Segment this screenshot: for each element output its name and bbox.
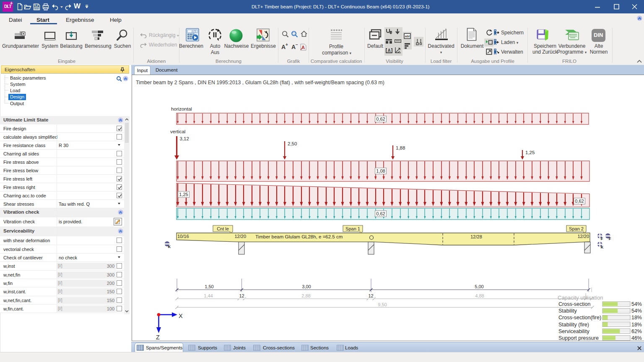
svg-text:1,88: 1,88 <box>396 145 405 150</box>
svg-text:Stability: Stability <box>558 308 577 314</box>
svg-text:3,12: 3,12 <box>180 136 189 141</box>
svg-text:1,25: 1,25 <box>525 150 535 155</box>
svg-text:5,00: 5,00 <box>475 284 483 289</box>
svg-text:46%: 46% <box>631 335 642 341</box>
svg-text:18%: 18% <box>631 315 642 321</box>
svg-text:Cnt le: Cnt le <box>217 226 229 231</box>
svg-text:Support pressure: Support pressure <box>558 335 599 341</box>
svg-text:1,08: 1,08 <box>376 168 385 173</box>
svg-text:K: K <box>168 245 171 249</box>
svg-text:A: A <box>387 48 390 53</box>
svg-text:12: 12 <box>368 293 373 298</box>
svg-text:2,88: 2,88 <box>301 293 310 298</box>
svg-text:0,62: 0,62 <box>376 116 385 122</box>
svg-text:18%: 18% <box>631 322 642 328</box>
svg-text:F: F <box>609 237 611 241</box>
svg-text:1,50: 1,50 <box>205 284 213 289</box>
svg-text:F: F <box>601 237 603 241</box>
svg-text:123: 123 <box>191 30 196 33</box>
svg-text:1,25: 1,25 <box>179 192 188 197</box>
svg-text:vertical: vertical <box>170 129 185 134</box>
svg-text:Z: Z <box>156 334 160 341</box>
svg-text:2,50: 2,50 <box>288 141 297 146</box>
svg-text:Stability (fire): Stability (fire) <box>558 322 589 328</box>
svg-text:4,88: 4,88 <box>475 293 484 298</box>
svg-text:12: 12 <box>239 293 244 298</box>
svg-text:10/16: 10/16 <box>177 234 189 239</box>
svg-text:0,62: 0,62 <box>376 211 385 216</box>
svg-text:Capacity utilisation: Capacity utilisation <box>558 295 603 301</box>
svg-text:X: X <box>179 313 183 319</box>
svg-text:3,00: 3,00 <box>302 284 311 289</box>
svg-text:62%: 62% <box>631 328 642 334</box>
svg-text:Span 1: Span 1 <box>345 226 360 231</box>
svg-text:A: A <box>301 45 305 50</box>
svg-text:54%: 54% <box>631 301 642 307</box>
svg-text:abl: abl <box>405 34 410 38</box>
svg-text:horizontal: horizontal <box>171 106 192 111</box>
svg-text:12/28: 12/28 <box>470 234 482 239</box>
svg-text:12/20: 12/20 <box>234 234 246 239</box>
svg-text:0,62: 0,62 <box>575 199 584 204</box>
svg-text:12/20: 12/20 <box>577 234 589 239</box>
svg-text:Span 2: Span 2 <box>569 226 584 231</box>
svg-text:1,44: 1,44 <box>204 293 213 298</box>
svg-text:Serviceability: Serviceability <box>558 328 589 334</box>
svg-text:K: K <box>601 245 604 249</box>
svg-text:Timber beam Glulam GL28h, e =6: Timber beam Glulam GL28h, e =62.5 cm <box>255 234 343 239</box>
svg-text:54%: 54% <box>631 308 642 314</box>
svg-text:Cross-section(fire): Cross-section(fire) <box>558 315 601 321</box>
svg-text:9,50: 9,50 <box>378 302 387 307</box>
svg-text:Cross-section: Cross-section <box>558 301 590 307</box>
